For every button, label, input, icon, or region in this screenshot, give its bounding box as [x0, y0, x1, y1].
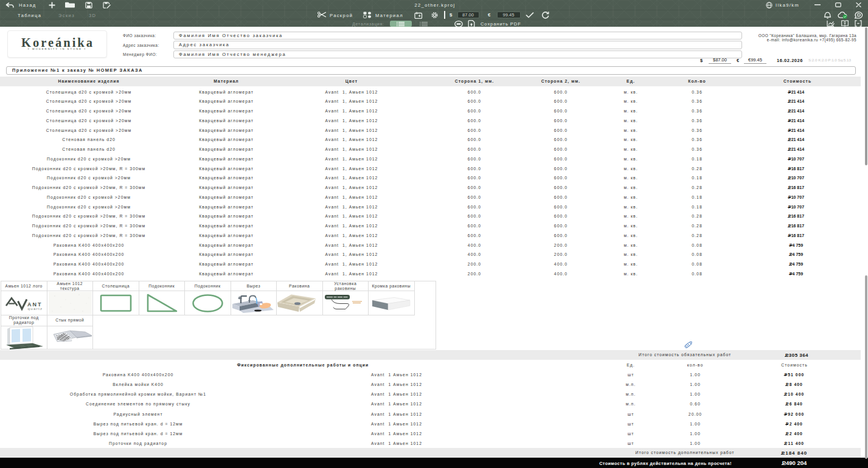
svg-text:quartz: quartz: [28, 306, 43, 311]
